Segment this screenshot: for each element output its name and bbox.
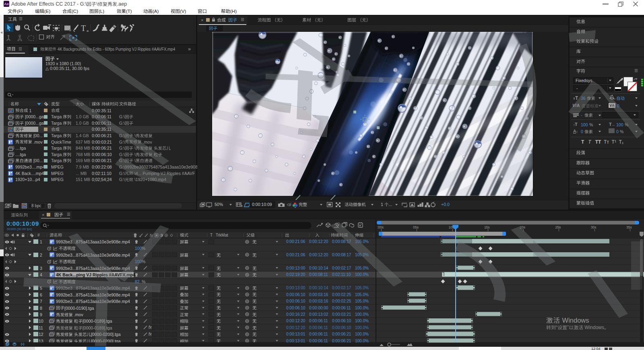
svg-text:T: T — [81, 24, 86, 33]
svg-text:fx: fx — [150, 233, 153, 238]
